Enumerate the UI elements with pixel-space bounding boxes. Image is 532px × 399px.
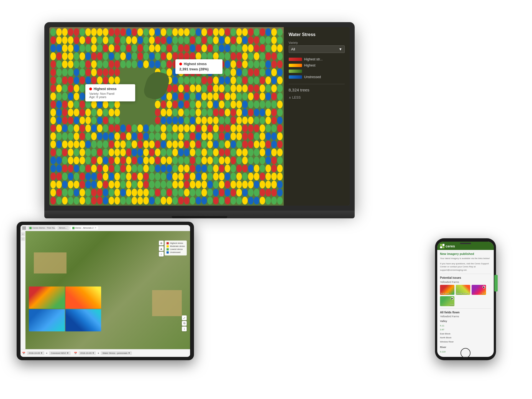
info2-button[interactable]: i bbox=[182, 326, 187, 331]
tree-dot bbox=[178, 28, 184, 36]
field-thumb-2[interactable]: Window River 0.11 bbox=[456, 285, 470, 295]
tree-dot bbox=[260, 189, 265, 196]
zoom-out-button[interactable]: − bbox=[21, 237, 25, 241]
tree-dot bbox=[260, 44, 265, 52]
tab-close-icon[interactable]: ✕ bbox=[94, 227, 96, 229]
tree-dot bbox=[248, 44, 254, 52]
tree-dot bbox=[196, 165, 201, 172]
tree-dot bbox=[242, 36, 248, 44]
tree-dot bbox=[120, 68, 126, 76]
tree-dot bbox=[149, 189, 155, 196]
tree-dot bbox=[120, 76, 126, 84]
field-thumb-1[interactable]: North Block bbox=[440, 285, 454, 295]
hamburger-icon[interactable] bbox=[22, 227, 26, 229]
tree-dot bbox=[184, 124, 190, 132]
tree-dot bbox=[201, 101, 207, 108]
tree-dot bbox=[74, 60, 79, 68]
tree-dot bbox=[74, 85, 79, 92]
tree-dot bbox=[62, 165, 68, 172]
less-button[interactable]: ∧ LESS bbox=[289, 96, 345, 99]
tree-dot bbox=[161, 132, 166, 140]
field-score-2: 2.67 bbox=[440, 328, 491, 332]
legend-bar-unstressed bbox=[289, 75, 302, 79]
tree-dot bbox=[184, 85, 190, 92]
tree-dot bbox=[219, 157, 224, 164]
recenter-button[interactable]: ⊕ bbox=[159, 241, 164, 245]
layers-button[interactable]: ⧉ bbox=[182, 321, 187, 326]
date-picker-1[interactable]: 2018-10-09 ▼ bbox=[27, 351, 44, 355]
tree-dot bbox=[109, 44, 114, 52]
field-thumb-3[interactable]: ▶ 5.37 bbox=[472, 285, 486, 295]
tree-dot bbox=[143, 173, 149, 180]
legend-label-high: Highest bbox=[304, 63, 316, 67]
tree-dot bbox=[85, 181, 91, 188]
tree-dot bbox=[277, 197, 283, 204]
tree-dot bbox=[143, 181, 149, 188]
field-thumb-4[interactable]: ▶ Y.222 bbox=[440, 296, 454, 306]
ceres-logo: ceres bbox=[440, 244, 455, 248]
tree-dot bbox=[190, 76, 195, 84]
tab-favicon-1 bbox=[29, 227, 32, 229]
tree-dot bbox=[231, 173, 236, 180]
tree-dot bbox=[172, 197, 178, 204]
tree-dot bbox=[91, 181, 97, 188]
tree-dot bbox=[225, 109, 230, 116]
tree-count-value: 8,324 trees bbox=[289, 88, 310, 92]
tree-dot bbox=[178, 44, 184, 52]
tree-dot bbox=[149, 117, 155, 124]
tree-dot bbox=[137, 68, 143, 76]
fullscreen-button[interactable]: ⤢ bbox=[182, 315, 187, 320]
browser-tab-2[interactable]: Almon... bbox=[57, 226, 69, 230]
tree-dot bbox=[114, 101, 120, 108]
browser-tab-3[interactable]: Demo - Almonds 2 ✕ bbox=[71, 226, 98, 230]
location-button[interactable]: ▲ bbox=[159, 246, 164, 251]
tree-dot bbox=[207, 76, 213, 84]
tree-dot bbox=[143, 157, 149, 164]
browser-tab-1[interactable]: Ceres Demo - Tree Nu... bbox=[28, 226, 55, 230]
map-type-1[interactable]: Colorized NDVI ▼ bbox=[49, 351, 70, 355]
tree-dot bbox=[236, 68, 242, 76]
map-type-2[interactable]: Water Stress - perennials ▼ bbox=[101, 351, 132, 355]
tree-dot bbox=[132, 44, 137, 52]
tree-dot bbox=[120, 149, 126, 156]
tree-dot bbox=[85, 60, 91, 68]
tree-dot bbox=[97, 109, 103, 116]
tree-dot bbox=[242, 109, 248, 116]
tree-dot bbox=[80, 109, 85, 116]
info-button[interactable]: i bbox=[159, 252, 164, 257]
tree-dot bbox=[196, 140, 201, 148]
tree-dot bbox=[137, 173, 143, 180]
tree-dot bbox=[207, 197, 213, 204]
tree-dot bbox=[137, 189, 143, 196]
tree-dot bbox=[231, 124, 236, 132]
tree-dot bbox=[155, 28, 160, 36]
tab-separator-2: › bbox=[69, 227, 70, 229]
tree-dot bbox=[178, 101, 184, 108]
variety-select[interactable]: All ▼ bbox=[289, 45, 345, 53]
tree-dot bbox=[85, 44, 91, 52]
date-picker-2[interactable]: 2018-10-09 ▼ bbox=[79, 351, 96, 355]
tree-dot bbox=[219, 140, 224, 148]
tree-dot bbox=[80, 181, 85, 188]
tree-dot bbox=[178, 85, 184, 92]
tree-dot bbox=[271, 197, 277, 204]
tree-dot bbox=[97, 60, 103, 68]
tree-dot bbox=[196, 28, 201, 36]
tree-dot bbox=[120, 117, 126, 124]
tree-dot bbox=[231, 44, 236, 52]
tree-dot bbox=[120, 132, 126, 140]
zoom-in-button[interactable]: + bbox=[21, 232, 25, 236]
tree-dot bbox=[271, 173, 277, 180]
map-right-controls: ⤢ ⧉ i bbox=[182, 315, 187, 331]
tree-dot bbox=[207, 132, 213, 140]
tree-dot bbox=[248, 149, 254, 156]
tree-dot bbox=[271, 189, 277, 196]
tree-dot bbox=[137, 165, 143, 172]
tree-dot bbox=[56, 165, 62, 172]
chevron-up-icon: ∧ bbox=[289, 96, 291, 99]
tree-dot bbox=[265, 181, 271, 188]
tree-dot bbox=[161, 181, 166, 188]
tree-dot bbox=[68, 68, 73, 76]
phone-home-button[interactable] bbox=[461, 348, 470, 358]
tree-dot bbox=[190, 189, 195, 196]
